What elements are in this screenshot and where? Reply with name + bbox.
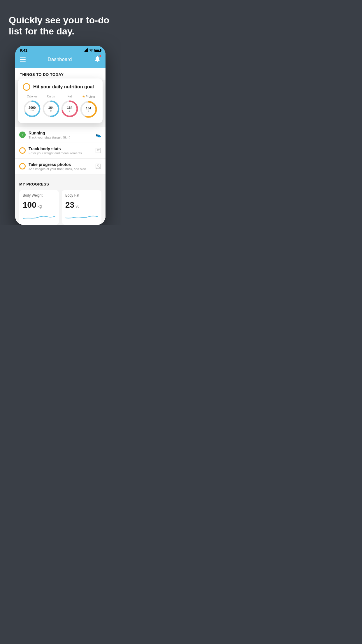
app-bar-title: Dashboard [48,57,72,62]
carbs-label: Carbs [47,95,55,98]
carbs-donut: 164 g [42,100,60,118]
hamburger-menu-icon[interactable] [20,57,26,62]
running-check-circle [19,132,26,138]
calories-unit: cal [29,109,36,112]
nutrition-check-circle[interactable] [23,83,30,91]
nutrition-item-fat: Fat 164 g [61,95,79,118]
running-text: Running Track your stats (target: 5km) [29,131,93,139]
status-icons [84,48,101,52]
protein-label: Protein [86,95,95,98]
nutrition-card-title: Hit your daily nutrition goal [33,84,94,90]
todo-item-body-stats[interactable]: Track body stats Enter your weight and m… [15,143,106,159]
todo-item-progress-photos[interactable]: Take progress photos Add images of your … [15,159,106,174]
things-to-do-title: THINGS TO DO TODAY [20,72,64,77]
body-weight-title: Body Weight [23,193,55,197]
signal-icon [84,48,88,52]
fat-label: Fat [68,95,72,98]
body-stats-text: Track body stats Enter your weight and m… [29,146,92,155]
hero-section: Quickly see your to-do list for the day. [0,0,121,43]
status-bar: 9:41 [15,46,106,52]
body-weight-unit: kg [38,204,42,209]
body-fat-card[interactable]: Body Fat 23 % [62,190,101,225]
wifi-icon [89,48,93,52]
body-stats-title: Track body stats [29,146,92,151]
app-bar: Dashboard [15,52,106,68]
things-to-do-header: THINGS TO DO TODAY [15,68,106,80]
running-title: Running [29,131,93,135]
body-stats-check-circle [19,147,26,154]
battery-icon [94,49,101,52]
running-icon: 👟 [96,132,101,138]
photos-check-circle [19,163,26,169]
photos-subtitle: Add images of your front, back, and side [29,167,92,171]
scale-icon [95,147,101,154]
status-time: 9:41 [20,48,27,52]
calories-label: Calories [27,95,38,98]
body-weight-chart [23,213,55,221]
progress-cards-row: Body Weight 100 kg Body Fat 23 [19,190,101,225]
todo-list: Running Track your stats (target: 5km) 👟… [15,127,106,174]
nutrition-circles-row: Calories 2000 cal Carbs [23,95,98,118]
running-subtitle: Track your stats (target: 5km) [29,136,93,139]
body-weight-card[interactable]: Body Weight 100 kg [19,190,59,225]
carbs-unit: g [48,109,54,112]
svg-point-10 [97,165,99,167]
body-fat-value: 23 [65,200,74,210]
phone-content: THINGS TO DO TODAY Hit your daily nutrit… [15,68,106,225]
protein-unit: g [86,110,91,112]
progress-section: MY PROGRESS Body Weight 100 kg [15,177,106,225]
photos-text: Take progress photos Add images of your … [29,162,92,171]
nutrition-item-protein: ★ Protein 164 g [80,95,98,118]
nutrition-item-calories: Calories 2000 cal [23,95,41,118]
body-fat-unit: % [75,204,79,209]
nutrition-card: Hit your daily nutrition goal Calories 2… [18,78,103,123]
protein-label-wrap: ★ Protein [82,95,95,99]
fat-donut: 164 g [61,100,79,118]
portrait-icon [95,163,101,169]
body-fat-chart [65,213,98,221]
hero-title: Quickly see your to-do list for the day. [9,15,112,37]
body-fat-value-wrap: 23 % [65,200,98,210]
body-weight-value-wrap: 100 kg [23,200,55,210]
todo-item-running[interactable]: Running Track your stats (target: 5km) 👟 [15,127,106,143]
star-icon: ★ [82,95,85,99]
nutrition-item-carbs: Carbs 164 g [42,95,60,118]
body-fat-title: Body Fat [65,193,98,197]
phone-frame: 9:41 Dashboard THINGS T [15,46,106,225]
photos-title: Take progress photos [29,162,92,167]
progress-section-title: MY PROGRESS [19,182,101,186]
fat-unit: g [67,109,72,112]
bell-badge [99,55,101,57]
nutrition-card-header: Hit your daily nutrition goal [23,83,98,91]
notification-bell-wrap[interactable] [94,55,101,64]
body-weight-value: 100 [23,200,36,210]
protein-donut: 164 g [80,100,98,118]
body-stats-subtitle: Enter your weight and measurements [29,151,92,155]
calories-donut: 2000 cal [23,100,41,118]
